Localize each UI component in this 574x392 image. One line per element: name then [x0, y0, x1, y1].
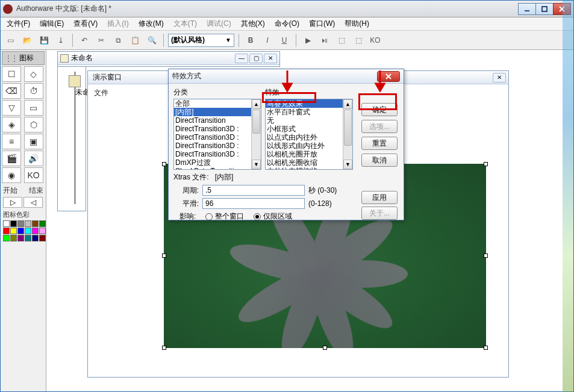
nav-icon[interactable]: ▽ — [2, 100, 21, 116]
color-swatch[interactable] — [39, 235, 46, 241]
maximize-button[interactable] — [535, 3, 554, 15]
list-item[interactable]: SharkByte Transitio — [174, 167, 261, 170]
copy-icon[interactable]: ⧉ — [111, 33, 125, 48]
flowline-window[interactable]: 未命名 — ▢ ✕ — [57, 51, 280, 67]
pause-icon[interactable]: ⏯ — [317, 33, 332, 48]
color-swatch[interactable] — [39, 228, 46, 234]
list-item[interactable]: DirectTransition3D : — [174, 133, 261, 142]
color-swatch[interactable] — [25, 228, 31, 234]
new-file-icon[interactable]: ▭ — [3, 33, 17, 48]
resize-handle[interactable] — [323, 346, 327, 350]
menu-modify[interactable]: 修改(M) — [134, 17, 169, 31]
start-flag-icon[interactable]: ▷ — [3, 197, 22, 208]
display-icon[interactable]: ☐ — [2, 66, 21, 82]
icon-palette-title[interactable]: 图标 — [2, 51, 45, 65]
knowledge-icon[interactable]: KO — [368, 33, 382, 48]
radio-whole-window[interactable]: 整个窗口 — [205, 211, 244, 222]
list-item[interactable]: [内部] — [174, 108, 261, 116]
end-flag-icon[interactable]: ◁ — [23, 197, 43, 208]
scroll-up-icon[interactable]: ▲ — [252, 99, 261, 109]
scroll-thumb[interactable] — [344, 110, 352, 146]
sound-icon[interactable]: 🔊 — [24, 151, 43, 166]
open-file-icon[interactable]: 📂 — [20, 33, 34, 48]
scroll-thumb[interactable] — [252, 110, 260, 134]
period-input[interactable]: .5 — [202, 185, 305, 196]
resize-handle[interactable] — [162, 162, 166, 166]
find-icon[interactable]: 🔍 — [145, 33, 159, 48]
color-swatch[interactable] — [3, 228, 10, 234]
list-item[interactable]: 以相机光圈开放 — [266, 150, 352, 158]
color-swatch[interactable] — [25, 235, 31, 241]
color-swatch[interactable] — [32, 235, 39, 241]
scroll-up-icon[interactable]: ▲ — [343, 99, 352, 109]
decision-icon[interactable]: ◈ — [2, 117, 21, 132]
run-icon[interactable]: ▶ — [301, 33, 315, 48]
italic-icon[interactable]: I — [260, 33, 275, 48]
menu-text[interactable]: 文本(T) — [169, 17, 202, 31]
list-item[interactable]: 由外往内螺旋状 — [266, 167, 352, 170]
scrollbar[interactable]: ▲ ▼ — [343, 99, 352, 169]
cancel-button[interactable]: 取消 — [361, 154, 398, 167]
menu-insert[interactable]: 插入(I) — [102, 17, 133, 31]
list-item[interactable]: 以相机光圈收缩 — [266, 158, 352, 167]
func-window-icon[interactable]: ⬚ — [334, 33, 349, 48]
scrollbar[interactable]: ▲ ▼ — [251, 99, 261, 169]
list-item[interactable]: 小框形式 — [266, 125, 352, 133]
list-item[interactable]: 无 — [266, 116, 352, 125]
about-button[interactable]: 关于... — [361, 207, 398, 220]
menu-debug[interactable]: 调试(C) — [202, 17, 236, 31]
smooth-input[interactable]: 96 — [202, 198, 305, 209]
list-item[interactable]: DmXP过渡 — [174, 158, 261, 167]
interaction-icon[interactable]: ⬡ — [24, 117, 43, 132]
erase-icon[interactable]: ⌫ — [2, 83, 21, 99]
framework-icon[interactable]: ▭ — [24, 100, 43, 116]
resize-handle[interactable] — [484, 254, 488, 258]
menu-file[interactable]: 文件(F) — [2, 17, 35, 31]
list-item[interactable]: 以线形式由内往外 — [266, 142, 352, 150]
menu-edit[interactable]: 编辑(E) — [35, 17, 69, 31]
color-swatch[interactable] — [32, 228, 39, 234]
list-item[interactable]: 水平百叶窗式 — [266, 108, 352, 116]
color-swatch[interactable] — [17, 235, 24, 241]
style-select[interactable]: (默认风格) ▼ — [168, 34, 234, 47]
pres-close-button[interactable]: ✕ — [493, 73, 506, 82]
resize-handle[interactable] — [162, 254, 166, 258]
color-swatch[interactable] — [10, 228, 17, 234]
apply-button[interactable]: 应用 — [361, 191, 398, 204]
dialog-close-button[interactable] — [377, 71, 400, 82]
color-swatch[interactable] — [39, 220, 46, 227]
bold-icon[interactable]: B — [243, 33, 258, 48]
list-item[interactable]: DirectTransition3D : — [174, 142, 261, 150]
var-window-icon[interactable]: ⬚ — [351, 33, 366, 48]
effect-listbox[interactable]: 马赛克效果水平百叶窗式无小框形式以点式由内往外以线形式由内往外以相机光圈开放以相… — [265, 99, 353, 170]
reset-button[interactable]: 重置 — [361, 137, 398, 150]
list-item[interactable]: DirectTransition — [174, 116, 261, 125]
import-icon[interactable]: ⤓ — [54, 33, 68, 48]
radio-area-only[interactable]: 仅限区域 — [254, 211, 292, 222]
menu-view[interactable]: 查看(V) — [69, 17, 102, 31]
list-item[interactable]: 全部 — [174, 99, 261, 108]
flow-min-button[interactable]: — — [235, 54, 248, 63]
color-swatch[interactable] — [10, 220, 17, 227]
color-swatch[interactable] — [17, 220, 24, 227]
dialog-titlebar[interactable]: 特效方式 — [169, 69, 404, 84]
menu-window[interactable]: 窗口(W) — [304, 17, 340, 31]
flow-close-button[interactable]: ✕ — [264, 54, 277, 63]
color-swatch[interactable] — [3, 235, 10, 241]
save-icon[interactable]: 💾 — [37, 33, 51, 48]
color-swatch[interactable] — [10, 235, 17, 241]
color-swatch[interactable] — [32, 220, 39, 227]
underline-icon[interactable]: U — [277, 33, 292, 48]
motion-icon[interactable]: ◇ — [24, 66, 43, 82]
color-swatch[interactable] — [25, 220, 31, 227]
menu-help[interactable]: 帮助(H) — [340, 17, 374, 31]
movie-icon[interactable]: 🎬 — [2, 151, 21, 166]
undo-icon[interactable]: ↶ — [77, 33, 92, 48]
resize-handle[interactable] — [484, 346, 488, 350]
dvd-icon[interactable]: ◉ — [2, 167, 21, 183]
color-swatch[interactable] — [17, 228, 24, 234]
calc-icon[interactable]: ≡ — [2, 134, 21, 149]
scroll-down-icon[interactable]: ▼ — [343, 160, 352, 169]
minimize-button[interactable] — [518, 3, 536, 15]
list-item[interactable]: DirectTransition3D : — [174, 125, 261, 133]
